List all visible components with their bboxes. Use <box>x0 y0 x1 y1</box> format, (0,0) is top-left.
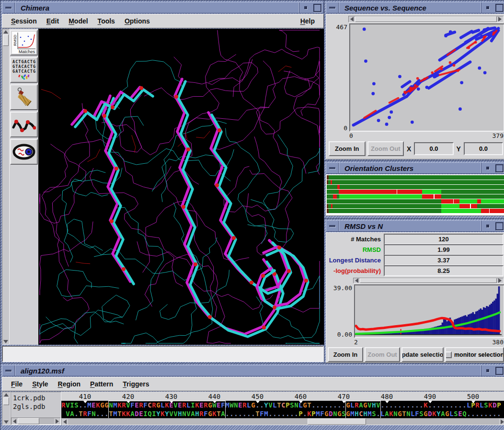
scroll-right-icon[interactable] <box>497 16 503 22</box>
rmsd-title: RMSD vs N <box>338 221 481 231</box>
window-menu-button[interactable] <box>326 221 338 231</box>
cluster-row[interactable] <box>327 209 504 213</box>
maximize-button[interactable] <box>493 221 504 231</box>
scroll-left-icon[interactable] <box>62 419 68 425</box>
msf-titlebar[interactable]: align120.msf <box>2 365 504 376</box>
menu-region[interactable]: Region <box>53 380 85 388</box>
iconify-button[interactable] <box>481 365 493 376</box>
alignment-v-scrollbar[interactable] <box>2 392 11 425</box>
label-pane-h-scrollbar[interactable] <box>11 418 61 425</box>
dotplot[interactable] <box>350 24 503 129</box>
scrollbar-thumb[interactable] <box>355 16 497 22</box>
scroll-left-icon[interactable] <box>11 418 18 424</box>
rmsd-zoom-out-button[interactable]: Zoom Out <box>365 347 400 362</box>
scrollbar-trough[interactable] <box>68 419 308 425</box>
residue: C <box>148 401 152 410</box>
scroll-down-icon[interactable] <box>4 420 9 424</box>
y-coord-field[interactable]: 0.0 <box>464 142 503 155</box>
molecule-viewport[interactable] <box>38 29 324 345</box>
iconify-button[interactable] <box>481 2 493 13</box>
update-selection-button[interactable]: update selection <box>401 347 444 362</box>
scroll-up-icon[interactable] <box>4 393 9 396</box>
alignment-h-scrollbar[interactable] <box>61 418 504 425</box>
scrollbar-thumb[interactable] <box>3 397 9 405</box>
menu-file[interactable]: File <box>6 380 27 388</box>
menu-pattern[interactable]: Pattern <box>85 380 118 388</box>
backbone-tool-button[interactable] <box>10 112 38 137</box>
scrollbar-trough[interactable] <box>366 419 499 425</box>
scrollbar-thumb[interactable] <box>308 419 366 425</box>
sequence-name-1crk[interactable]: 1crk.pdb <box>13 394 59 402</box>
scroll-left-icon[interactable] <box>349 16 355 22</box>
dotplot-zoom-out-button[interactable]: Zoom Out <box>367 141 404 156</box>
sequence-tool-button[interactable]: ACTGACTG GTACACTG GATCACTG <box>10 57 38 83</box>
rmsd-titlebar[interactable]: RMSD vs N <box>326 220 504 232</box>
menu-help[interactable]: Help <box>296 17 320 25</box>
maximize-button[interactable] <box>493 163 504 173</box>
cluster-row[interactable] <box>327 185 504 189</box>
menu-session[interactable]: Session <box>6 17 42 25</box>
desktop: Chimera SessionEditModelToolsOptions Hel… <box>0 0 504 430</box>
monitor-selection-checkbox[interactable]: monitor selection <box>445 347 504 362</box>
cluster-row[interactable] <box>327 199 504 204</box>
menu-model[interactable]: Model <box>64 17 92 25</box>
window-menu-button[interactable] <box>2 365 14 376</box>
window-menu-button[interactable] <box>326 2 338 13</box>
iconify-button[interactable] <box>481 221 493 231</box>
cluster-segment <box>459 199 477 204</box>
sequence-name-2gls[interactable]: 2gls.pdb <box>13 402 59 411</box>
maximize-button[interactable] <box>493 365 504 376</box>
scroll-right-icon[interactable] <box>499 419 504 425</box>
residue: M <box>367 410 372 418</box>
alignment-sequences[interactable]: RVIS..MEKGGNMKRVFERFCRGLKEVERLIKERGWEFMW… <box>61 401 504 418</box>
scrollbar-thumb[interactable] <box>360 278 497 283</box>
menu-edit[interactable]: Edit <box>42 17 64 25</box>
ruler-number: 410 <box>79 393 91 400</box>
iconify-button[interactable] <box>481 163 493 173</box>
window-menu-button[interactable] <box>2 2 14 13</box>
dotplot-zoom-in-button[interactable]: Zoom In <box>329 141 366 156</box>
scroll-down-icon[interactable] <box>3 340 8 343</box>
scroll-right-icon[interactable] <box>497 278 503 283</box>
menu-tools[interactable]: Tools <box>93 17 120 25</box>
scroll-right-icon[interactable] <box>54 418 60 424</box>
rmsd-chart-h-scrollbar[interactable] <box>353 278 504 283</box>
scrollbar-thumb[interactable] <box>18 418 39 424</box>
clusters-chart[interactable] <box>326 174 504 216</box>
residue: I <box>143 410 148 418</box>
tool-panel-scrollbar[interactable] <box>2 29 10 345</box>
chimera-titlebar[interactable]: Chimera <box>2 2 324 13</box>
cluster-row[interactable] <box>327 180 504 184</box>
scrollbar-trough[interactable] <box>39 418 54 424</box>
menu-style[interactable]: Style <box>27 380 53 388</box>
menu-triggers[interactable]: Triggers <box>118 380 154 388</box>
checkbox-indicator[interactable] <box>445 351 452 358</box>
seq-vs-seq-titlebar[interactable]: Sequence vs. Sequence <box>326 2 504 13</box>
cluster-row[interactable] <box>327 204 504 208</box>
iconify-button[interactable] <box>299 2 311 13</box>
broom-tool-button[interactable] <box>10 84 38 110</box>
dotplot-h-scrollbar[interactable] <box>348 16 504 23</box>
window-menu-button[interactable] <box>326 163 338 173</box>
rmsd-plot-tool-button[interactable]: RMSD Matches <box>10 30 38 56</box>
rmsd-zoom-in-button[interactable]: Zoom In <box>328 347 363 362</box>
residue: A <box>359 401 363 410</box>
residue: . <box>303 410 307 418</box>
cluster-row[interactable] <box>327 190 504 194</box>
sequence-row-2gls[interactable]: VA.TRFN...TMTKKADEIQIYKYVVHNVAHRFGKTA...… <box>61 409 504 418</box>
menu-options[interactable]: Options <box>120 17 155 25</box>
scroll-up-icon[interactable] <box>3 30 8 34</box>
scrollbar-thumb[interactable] <box>3 34 9 46</box>
cluster-row[interactable] <box>327 175 504 180</box>
alignment-pane[interactable]: 410420430440450460470480490500 RVIS..MEK… <box>61 392 504 425</box>
residue: L <box>186 401 191 410</box>
x-coord-field[interactable]: 0.0 <box>414 142 453 155</box>
cluster-row[interactable] <box>327 194 504 199</box>
cluster-segment <box>339 190 397 194</box>
thermodynamics-tool-button[interactable] <box>10 139 38 165</box>
scroll-left-icon[interactable] <box>354 278 360 283</box>
maximize-button[interactable] <box>311 2 323 13</box>
orientation-clusters-titlebar[interactable]: Orientation Clusters <box>326 162 504 174</box>
maximize-button[interactable] <box>493 2 504 13</box>
rmsd-chart[interactable] <box>355 285 502 335</box>
